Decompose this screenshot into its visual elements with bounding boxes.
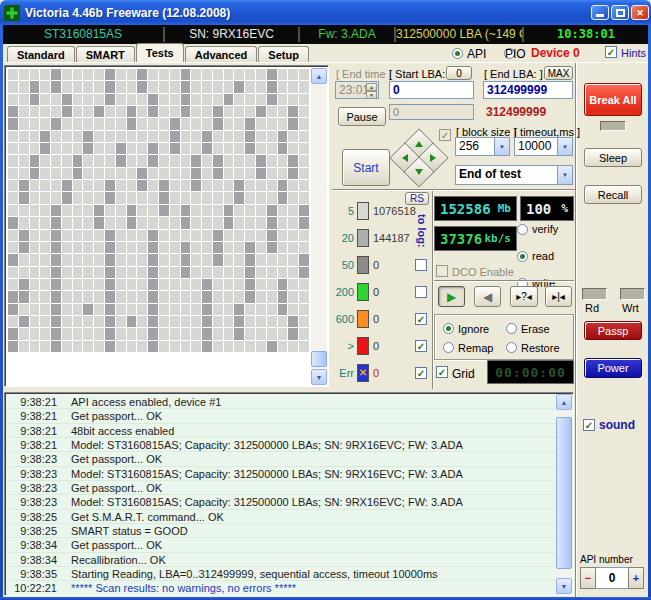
tab-advanced[interactable]: Advanced bbox=[185, 46, 258, 62]
scan-cell bbox=[234, 328, 244, 339]
scan-cell bbox=[51, 118, 61, 129]
tab-setup[interactable]: Setup bbox=[258, 46, 309, 62]
scan-cell bbox=[137, 192, 147, 203]
scan-cell bbox=[299, 69, 309, 80]
scan-cell bbox=[148, 341, 158, 352]
scan-cell bbox=[234, 106, 244, 117]
error-action-ignore[interactable]: Ignore bbox=[443, 321, 506, 336]
error-action-restore[interactable]: Restore bbox=[506, 340, 569, 355]
log-scroll-down-button[interactable]: ▼ bbox=[556, 578, 572, 594]
histogram-count: 0 bbox=[373, 367, 379, 379]
api-number-plus-button[interactable]: + bbox=[628, 567, 644, 589]
speed-unit: kb/s bbox=[485, 232, 512, 245]
current-start-field: 0 bbox=[389, 104, 474, 120]
timeout-select[interactable]: 10000 ▼ bbox=[514, 137, 573, 156]
scan-cell bbox=[105, 106, 115, 117]
log-message: 48bit access enabled bbox=[71, 425, 174, 437]
start-lba-zero-button[interactable]: 0 bbox=[446, 66, 472, 80]
scan-cell bbox=[51, 205, 61, 216]
close-button[interactable]: ✕ bbox=[631, 5, 649, 20]
block-size-select[interactable]: 256 ▼ bbox=[455, 137, 510, 156]
scan-cell bbox=[51, 155, 61, 166]
hints-checkbox[interactable]: ✓ bbox=[605, 46, 617, 58]
tab-smart[interactable]: SMART bbox=[76, 46, 135, 62]
drive-firmware: Fw: 3.ADA bbox=[300, 27, 396, 42]
scan-cell bbox=[288, 155, 298, 166]
grid-checkbox[interactable]: ✓ bbox=[436, 366, 448, 378]
dco-enable-checkbox[interactable] bbox=[436, 265, 448, 277]
histogram-count: 1076518 bbox=[373, 205, 416, 217]
scan-cell bbox=[40, 180, 50, 191]
to-log-checkbox[interactable] bbox=[415, 286, 427, 298]
recall-button[interactable]: Recall bbox=[584, 185, 642, 204]
start-lba-input[interactable]: 0 bbox=[389, 81, 474, 99]
power-button[interactable]: Power bbox=[584, 358, 642, 378]
histogram-row: 6000✓ bbox=[332, 305, 432, 332]
scan-scrollbar-thumb[interactable] bbox=[311, 351, 327, 367]
log-scrollbar-thumb[interactable] bbox=[556, 417, 572, 569]
rewind-button[interactable]: ◀ bbox=[474, 286, 501, 307]
to-log-checkbox[interactable]: ✓ bbox=[415, 340, 427, 352]
break-all-button[interactable]: Break All bbox=[584, 83, 642, 116]
scan-cell bbox=[202, 279, 212, 290]
sound-checkbox[interactable]: ✓ bbox=[583, 419, 595, 431]
to-log-checkbox[interactable]: ✓ bbox=[415, 313, 427, 325]
api-radio[interactable] bbox=[452, 48, 463, 59]
timing-histogram: RS to log: 510765182014418750020006000✓>… bbox=[332, 192, 432, 389]
scan-cell bbox=[288, 192, 298, 203]
scan-cell bbox=[105, 316, 115, 327]
rw-mode-read[interactable]: read bbox=[517, 250, 575, 262]
api-number-minus-button[interactable]: − bbox=[580, 567, 596, 589]
max-button[interactable]: MAX bbox=[544, 66, 573, 80]
histogram-block bbox=[357, 256, 369, 274]
scan-cell bbox=[19, 205, 29, 216]
seek-edge-button[interactable]: ▸|◂ bbox=[545, 286, 572, 307]
tab-tests[interactable]: Tests bbox=[136, 43, 184, 62]
scan-cell bbox=[105, 254, 115, 265]
scan-cell bbox=[299, 316, 309, 327]
end-time-spinner[interactable]: ▲ ▼ bbox=[366, 83, 377, 97]
scan-cell bbox=[159, 118, 169, 129]
to-log-checkbox[interactable] bbox=[415, 259, 427, 271]
scan-cell bbox=[191, 205, 201, 216]
seek-checkbox[interactable]: ✓ bbox=[439, 129, 451, 141]
seek-defect-button[interactable]: ▸?◂ bbox=[510, 286, 538, 307]
scan-cell bbox=[62, 143, 72, 154]
sleep-button[interactable]: Sleep bbox=[584, 148, 642, 167]
rw-mode-verify[interactable]: verify bbox=[517, 223, 575, 235]
scan-cell bbox=[202, 316, 212, 327]
scan-scrollbar-track[interactable] bbox=[311, 84, 327, 368]
log-scroll-up-button[interactable]: ▲ bbox=[556, 394, 572, 410]
scan-cell bbox=[234, 267, 244, 278]
end-time-field[interactable]: 23:01 ▲ ▼ bbox=[335, 81, 379, 99]
error-action-remap[interactable]: Remap bbox=[443, 340, 506, 355]
scan-cell bbox=[19, 217, 29, 228]
api-number-value: 0 bbox=[596, 567, 628, 589]
scan-cell bbox=[83, 267, 93, 278]
scan-cell bbox=[83, 168, 93, 179]
scan-cell bbox=[40, 230, 50, 241]
scan-cell bbox=[105, 155, 115, 166]
maximize-button[interactable] bbox=[611, 5, 629, 20]
start-button[interactable]: Start bbox=[342, 149, 390, 186]
play-button[interactable]: ▶ bbox=[438, 286, 465, 307]
scan-cell bbox=[278, 304, 288, 315]
scan-cell bbox=[83, 230, 93, 241]
test-end-action-select[interactable]: End of test ▼ bbox=[455, 165, 573, 185]
error-action-erase[interactable]: Erase bbox=[506, 321, 569, 336]
to-log-checkbox[interactable]: ✓ bbox=[415, 367, 427, 379]
scan-cell bbox=[213, 106, 223, 117]
pause-button[interactable]: Pause bbox=[338, 107, 386, 126]
scan-cell bbox=[137, 328, 147, 339]
scan-cell bbox=[51, 316, 61, 327]
scan-cell bbox=[181, 217, 191, 228]
end-lba-input[interactable]: 312499999 bbox=[483, 81, 573, 99]
histogram-block bbox=[357, 202, 369, 220]
scan-scroll-up-button[interactable]: ▲ bbox=[311, 68, 327, 84]
scan-cell bbox=[256, 143, 266, 154]
passp-button[interactable]: Passp bbox=[584, 321, 642, 340]
scan-scroll-down-button[interactable]: ▼ bbox=[311, 369, 327, 385]
scan-cell bbox=[148, 143, 158, 154]
tab-standard[interactable]: Standard bbox=[7, 46, 75, 62]
minimize-button[interactable] bbox=[591, 5, 609, 20]
